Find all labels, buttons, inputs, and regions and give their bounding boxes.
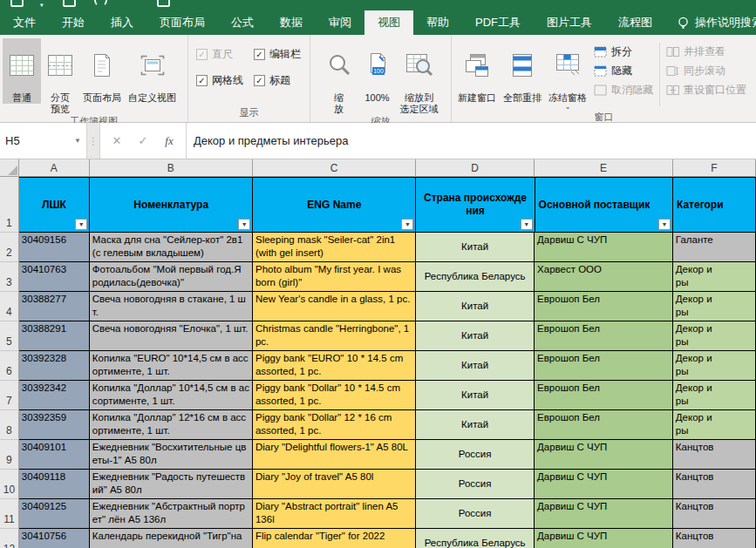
cell-supplier[interactable]: Еврошоп Бел: [535, 351, 673, 381]
cell-nomenclature[interactable]: Ежедневник "Абстрактный портрет" лён А5 …: [90, 499, 253, 529]
name-box[interactable]: H5 ▼: [0, 123, 87, 159]
cell-category[interactable]: Декор и ры: [673, 321, 756, 351]
tab-picture-tools[interactable]: 图片工具: [534, 10, 605, 35]
cell-country[interactable]: Республика Беларусь: [416, 262, 535, 292]
cell-eng-name[interactable]: New Year's candle in a glass, 1 pc.: [253, 292, 416, 321]
filter-dropdown-icon[interactable]: ▼: [75, 219, 87, 230]
cell-lshk[interactable]: 30409101: [19, 440, 90, 470]
col-header-e[interactable]: E: [535, 159, 673, 177]
headings-checkbox[interactable]: ✓ 标题: [254, 73, 301, 88]
cell-supplier[interactable]: Дарвиш С ЧУП: [535, 470, 673, 499]
cell-lshk[interactable]: 30388277: [19, 292, 90, 321]
enter-icon[interactable]: ✓: [130, 134, 156, 147]
cell-lshk[interactable]: 30409156: [19, 233, 90, 262]
chevron-down-icon[interactable]: ▼: [74, 137, 81, 145]
tab-flowchart[interactable]: 流程图: [605, 10, 665, 35]
cell-category[interactable]: Декор и ры: [673, 262, 756, 292]
row-number[interactable]: 9: [0, 440, 19, 470]
split-button[interactable]: 拆分: [590, 42, 657, 61]
cell-nomenclature[interactable]: Свеча новогодняя в стакане, 1 шт.: [90, 292, 253, 321]
cell-lshk[interactable]: 30409118: [19, 470, 90, 499]
cell-nomenclature[interactable]: Календарь перекидной "Тигр"на: [90, 529, 253, 548]
cell-eng-name[interactable]: Piggy bank "Dollar" 10 * 14.5 cm assorte…: [253, 381, 416, 410]
chevron-down-icon[interactable]: ▾: [40, 2, 44, 9]
cell-category[interactable]: Декор и ры: [673, 381, 756, 410]
filter-dropdown-icon[interactable]: ▼: [658, 219, 671, 230]
freeze-panes-button[interactable]: 冻结窗格 ⌄: [545, 38, 590, 111]
cell-country[interactable]: Китай: [416, 321, 535, 351]
tab-view[interactable]: 视图: [364, 10, 413, 35]
row-number[interactable]: 10: [0, 470, 19, 499]
header-cell-category[interactable]: Категори: [673, 177, 756, 233]
col-header-c[interactable]: C: [253, 159, 416, 177]
row-number[interactable]: 1: [0, 177, 19, 233]
cell-lshk[interactable]: 30410756: [19, 529, 90, 548]
print-preview-icon[interactable]: [157, 0, 170, 7]
tab-formulas[interactable]: 公式: [218, 10, 267, 35]
cell-country[interactable]: Китай: [416, 381, 535, 410]
cell-eng-name[interactable]: Photo album "My first year. I was born (…: [253, 262, 416, 292]
col-header-f[interactable]: F: [673, 159, 756, 177]
cell-lshk[interactable]: 30410763: [19, 262, 90, 292]
cell-country[interactable]: Китай: [416, 292, 535, 321]
arrange-all-button[interactable]: 全部重排: [500, 38, 545, 104]
cell-eng-name[interactable]: Diary "Delightful flowers-1" A5 80L: [253, 440, 416, 470]
cell-country[interactable]: Республика Беларусь: [416, 529, 535, 548]
cell-category[interactable]: Декор и ры: [673, 410, 756, 440]
cell-lshk[interactable]: 30409125: [19, 499, 90, 529]
cell-supplier[interactable]: Еврошоп Бел: [535, 321, 673, 351]
formula-input[interactable]: Декор и предметы интерьера: [187, 123, 756, 159]
filter-dropdown-icon[interactable]: ▼: [521, 219, 533, 230]
tell-me-search[interactable]: 操作说明搜索: [669, 10, 756, 35]
cell-category[interactable]: Канцтов: [673, 529, 756, 548]
row-number[interactable]: 8: [0, 410, 19, 440]
formula-bar-checkbox[interactable]: ✓ 编辑栏: [254, 47, 301, 62]
normal-view-button[interactable]: 普通: [3, 38, 41, 104]
cell-lshk[interactable]: 30388291: [19, 321, 90, 351]
gridlines-checkbox[interactable]: ✓ 网格线: [196, 73, 243, 88]
header-cell-eng-name[interactable]: ENG Name▼: [253, 177, 416, 233]
cell-supplier[interactable]: Харвест ООО: [535, 262, 673, 292]
cell-eng-name[interactable]: Diary "Abstract portrait" linen A5 136l: [253, 499, 416, 529]
zoom-100-button[interactable]: 100 100%: [358, 38, 397, 104]
cell-lshk[interactable]: 30392342: [19, 381, 90, 410]
save-icon[interactable]: [10, 0, 24, 7]
header-cell-country[interactable]: Страна происхождения▼: [416, 177, 535, 233]
col-header-a[interactable]: A: [19, 159, 90, 177]
cell-supplier[interactable]: Дарвиш С ЧУП: [535, 233, 673, 262]
cell-eng-name[interactable]: Diary "Joy of travel" A5 80l: [253, 470, 416, 499]
tab-file[interactable]: 文件: [0, 10, 49, 35]
cell-category[interactable]: Галанте: [673, 233, 756, 262]
row-number[interactable]: 7: [0, 381, 19, 410]
cell-country[interactable]: Китай: [416, 351, 535, 381]
cell-category[interactable]: Декор и ры: [673, 351, 756, 381]
cell-lshk[interactable]: 30392328: [19, 351, 90, 381]
filter-dropdown-icon[interactable]: ▼: [401, 219, 413, 230]
table-icon[interactable]: [63, 0, 76, 7]
cell-category[interactable]: Канцтов: [673, 499, 756, 529]
col-header-d[interactable]: D: [416, 159, 535, 177]
row-number[interactable]: 6: [0, 351, 19, 381]
row-number[interactable]: 3: [0, 262, 19, 292]
row-number[interactable]: 5: [0, 321, 19, 351]
formula-bar-handle[interactable]: ⋮: [87, 123, 99, 159]
zoom-button[interactable]: 缩 放: [320, 38, 358, 115]
cell-eng-name[interactable]: Piggy bank "EURO" 10 * 14.5 cm assorted,…: [253, 351, 416, 381]
custom-views-button[interactable]: 自定义视图: [125, 38, 180, 104]
cell-nomenclature[interactable]: Копилка "EURO" 10*14,5 см в ассортименте…: [90, 351, 253, 381]
cell-eng-name[interactable]: Sleeping mask "Seiler-cat" 2in1 (with ge…: [253, 233, 416, 262]
cell-supplier[interactable]: Дарвиш С ЧУП: [535, 440, 673, 470]
page-layout-button[interactable]: 页面布局: [79, 38, 125, 104]
tab-home[interactable]: 开始: [49, 10, 98, 35]
undo-icon[interactable]: [94, 0, 107, 7]
tab-data[interactable]: 数据: [267, 10, 316, 35]
cell-nomenclature[interactable]: Ежедневник "Восхитительные цветы-1" А5 8…: [90, 440, 253, 470]
cell-supplier[interactable]: Еврошоп Бел: [535, 410, 673, 440]
cell-nomenclature[interactable]: Ежедневник "Радость путешествий" А5 80л: [90, 470, 253, 499]
tab-pdf-tools[interactable]: PDF工具: [462, 10, 534, 35]
hide-button[interactable]: 隐藏: [590, 61, 657, 80]
row-number[interactable]: 12: [0, 529, 19, 548]
tab-help[interactable]: 帮助: [413, 10, 462, 35]
cell-country[interactable]: Китай: [416, 233, 535, 262]
cell-country[interactable]: Китай: [416, 410, 535, 440]
